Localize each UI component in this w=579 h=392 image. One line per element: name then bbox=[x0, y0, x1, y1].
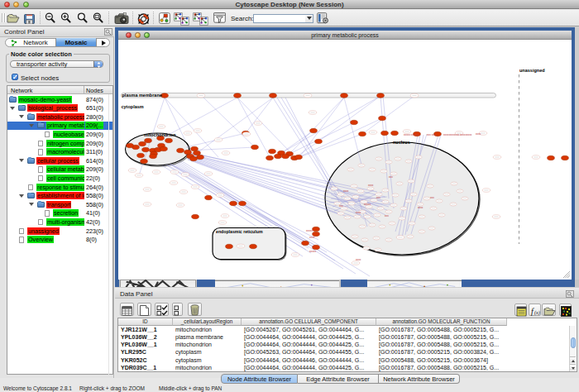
svg-text:xxx: xxx bbox=[385, 214, 389, 218]
svg-text:plasma membrane: plasma membrane bbox=[122, 93, 162, 98]
svg-text:xxx: xxx bbox=[376, 196, 380, 199]
svg-text:unassigned: unassigned bbox=[519, 68, 545, 73]
svg-text:xxxxx: xxxxx bbox=[309, 250, 316, 253]
svg-text:xxxxx xxxxxx: xxxxx xxxxxx bbox=[404, 133, 419, 136]
svg-text:mitochondrion: mitochondrion bbox=[144, 132, 176, 137]
svg-text:xxxx: xxxx bbox=[418, 206, 423, 209]
svg-text:xxxxxxxxxxxx xxxxxxxxx: xxxxxxxxxxxx xxxxxxxxx bbox=[443, 133, 472, 136]
svg-text:xxxx: xxxx bbox=[368, 184, 374, 187]
svg-text:xxx: xxx bbox=[339, 204, 343, 208]
svg-text:xxx: xxx bbox=[430, 196, 434, 199]
svg-text:xxxx: xxxx bbox=[356, 258, 361, 261]
svg-text:xxxxx: xxxxx bbox=[364, 203, 371, 206]
svg-text:xxxxx: xxxxx bbox=[306, 229, 313, 232]
svg-text:xxxx: xxxx bbox=[476, 132, 481, 136]
svg-text:xxx: xxx bbox=[389, 175, 393, 179]
svg-text:endoplasmic reticulum: endoplasmic reticulum bbox=[216, 229, 263, 234]
svg-text:xxxx: xxxx bbox=[309, 236, 315, 239]
svg-text:xxxx: xxxx bbox=[343, 189, 349, 193]
svg-text:(x): (x) bbox=[534, 310, 540, 316]
svg-text:nucleus: nucleus bbox=[393, 140, 410, 145]
svg-text:xxxx: xxxx bbox=[356, 211, 361, 214]
svg-text:xxx xxxx: xxx xxxx bbox=[427, 133, 437, 136]
svg-text:cytoplasm: cytoplasm bbox=[122, 104, 144, 109]
